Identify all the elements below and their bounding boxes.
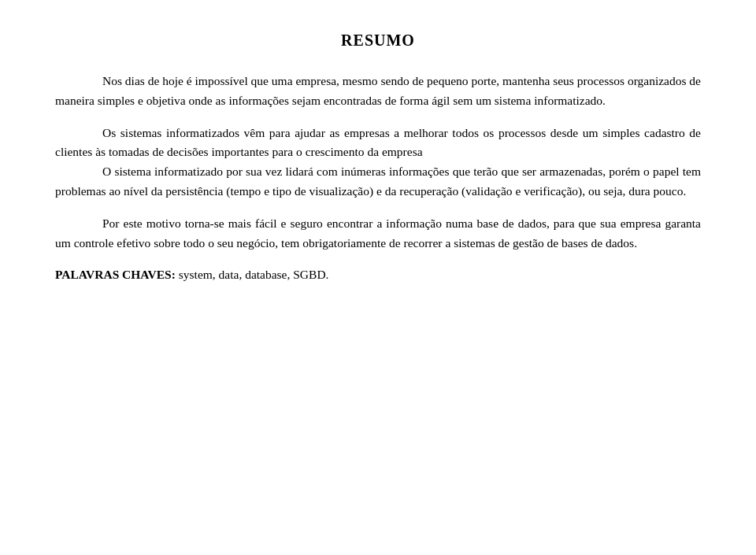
- keywords-label: PALAVRAS CHAVES:: [55, 268, 176, 281]
- page-title: RESUMO: [55, 31, 701, 50]
- keywords-line: PALAVRAS CHAVES: system, data, database,…: [55, 265, 701, 285]
- page-container: RESUMO Nos dias de hoje é impossível que…: [0, 0, 756, 555]
- paragraph-1: Nos dias de hoje é impossível que uma em…: [55, 72, 701, 111]
- keywords-value: system, data, database, SGBD.: [176, 268, 329, 281]
- paragraph-4: Por este motivo torna-se mais fácil e se…: [55, 214, 701, 253]
- paragraph-2-3: Os sistemas informatizados vêm para ajud…: [55, 124, 701, 202]
